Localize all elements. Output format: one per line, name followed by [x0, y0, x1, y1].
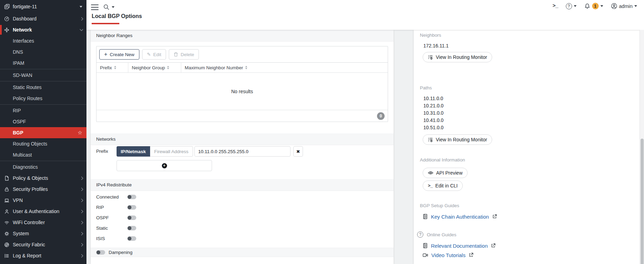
prefix-label: Prefix: [96, 149, 108, 154]
sidebar-item-label: System: [13, 231, 76, 236]
routing-monitor-icon: [428, 137, 433, 142]
view-paths-in-routing-monitor-button[interactable]: View In Routing Monitor: [423, 134, 492, 145]
user-menu[interactable]: admin: [611, 3, 637, 9]
path-entry: 10.31.0.0: [423, 109, 443, 117]
create-new-button[interactable]: + Create New: [99, 49, 139, 60]
device-selector[interactable]: fortigate-11: [0, 0, 86, 13]
section-header-ipv4-redistribute: IPv4 Redistribute: [91, 179, 394, 191]
vertical-scrollbar[interactable]: [640, 30, 644, 264]
sidebar-item-network[interactable]: Network: [0, 24, 86, 35]
neighbor-ranges-table: + Create New ✎ Edit Delete Prefix Neighb…: [96, 46, 388, 122]
sidebar-item-label: User & Authentication: [13, 209, 76, 214]
cli-console-button[interactable]: >_: [552, 3, 558, 9]
sidebar-item-ipam[interactable]: IPAM: [0, 58, 86, 69]
menu-toggle-button[interactable]: [91, 5, 99, 10]
link-relevant-documentation[interactable]: Relevant Documentation: [423, 242, 496, 249]
book-icon: [423, 243, 428, 248]
view-neighbors-in-routing-monitor-button[interactable]: View In Routing Monitor: [423, 52, 492, 62]
sidebar-item-bgp[interactable]: BGP ☆: [0, 127, 86, 138]
user-name: admin: [619, 3, 633, 9]
divider: [0, 69, 86, 69]
sidebar-item-log-report[interactable]: Log & Report: [0, 250, 86, 261]
sidebar-item-dns[interactable]: DNS: [0, 46, 86, 58]
notifications-menu[interactable]: 1: [584, 3, 603, 9]
connected-toggle[interactable]: [127, 195, 136, 199]
neighbor-entry: 172.16.11.1: [423, 43, 449, 49]
sidebar-item-static-routes[interactable]: Static Routes: [0, 82, 86, 93]
column-header-neighbor-group[interactable]: Neighbor Group: [128, 63, 181, 72]
sidebar-item-label: Multicast: [13, 152, 86, 158]
sidebar-item-label: Network: [13, 27, 76, 33]
scrollbar-thumb[interactable]: [641, 139, 644, 264]
link-label: Relevant Documentation: [431, 243, 488, 249]
column-header-prefix[interactable]: Prefix: [96, 63, 128, 72]
link-key-chain-authentication[interactable]: Key Chain Authentication: [423, 213, 497, 220]
remove-prefix-button[interactable]: ✖: [293, 146, 303, 157]
sidebar-item-rip[interactable]: RIP: [0, 105, 86, 116]
fortigate-logo-icon: [4, 4, 10, 10]
delete-button[interactable]: Delete: [169, 49, 199, 60]
additional-information-title: Additional Information: [420, 157, 465, 162]
isis-toggle[interactable]: [127, 236, 136, 241]
sidebar-item-multicast[interactable]: Multicast: [0, 149, 86, 160]
laptop-icon: [4, 198, 9, 203]
divider: [0, 104, 86, 105]
prefix-input[interactable]: [194, 146, 291, 157]
section-title: Networks: [96, 137, 116, 142]
ospf-toggle[interactable]: [127, 215, 136, 220]
chevron-down-icon: [112, 6, 114, 8]
row-count-badge: 0: [377, 112, 385, 120]
divider: [0, 161, 86, 161]
path-entry: 10.51.0.0: [423, 124, 443, 131]
sidebar-item-policy-routes[interactable]: Policy Routes: [0, 93, 86, 104]
sidebar-item-vpn[interactable]: VPN: [0, 195, 86, 206]
sidebar-item-dashboard[interactable]: Dashboard: [0, 13, 86, 24]
segment-ip-netmask[interactable]: IP/Netmask: [117, 146, 150, 157]
bgp-info-panel: Neighbors 172.16.11.1 View In Routing Mo…: [414, 30, 640, 264]
tab-local-bgp-options[interactable]: Local BGP Options: [92, 13, 142, 19]
button-label: View In Routing Monitor: [436, 137, 487, 142]
neighbors-title: Neighbors: [420, 33, 441, 38]
table-footer: 0: [96, 110, 388, 122]
api-preview-button[interactable]: API Preview: [423, 168, 468, 178]
favorite-star-icon[interactable]: ☆: [78, 130, 82, 136]
plus-circle-icon: +: [162, 163, 167, 168]
button-label: API Preview: [436, 170, 462, 176]
add-prefix-button[interactable]: +: [117, 160, 212, 171]
rip-toggle[interactable]: [127, 205, 136, 210]
sidebar-item-routing-objects[interactable]: Routing Objects: [0, 138, 86, 149]
external-link-icon: [492, 214, 497, 219]
sidebar-item-label: SD-WAN: [13, 72, 86, 78]
help-menu[interactable]: ?: [566, 3, 577, 9]
video-icon: [423, 253, 428, 257]
sidebar-item-interfaces[interactable]: Interfaces: [0, 35, 86, 46]
sidebar-item-label: Policy & Objects: [13, 175, 76, 181]
segment-firewall-address[interactable]: Firewall Address: [150, 146, 193, 157]
global-search[interactable]: [103, 4, 114, 10]
sidebar-item-sd-wan[interactable]: SD-WAN: [0, 70, 86, 81]
edit-in-cli-button[interactable]: >_ Edit in CLI: [423, 181, 463, 191]
sidebar-item-ospf[interactable]: OSPF: [0, 116, 86, 127]
section-title: Dampening: [109, 250, 132, 255]
sidebar-item-label: RIP: [13, 108, 86, 113]
section-header-networks: Networks: [91, 133, 394, 145]
static-toggle[interactable]: [127, 226, 136, 230]
path-entry: 10.11.0.0: [423, 95, 443, 102]
sidebar-item-security-fabric[interactable]: Security Fabric: [0, 239, 86, 250]
lock-icon: [4, 187, 9, 192]
sidebar-item-wifi-controller[interactable]: WiFi Controller: [0, 217, 86, 228]
sidebar-item-system[interactable]: System: [0, 228, 86, 239]
table-toolbar: + Create New ✎ Edit Delete: [96, 46, 388, 62]
wifi-icon: [4, 220, 9, 225]
column-header-maximum-neighbor-number[interactable]: Maximum Neighbor Number: [181, 63, 388, 72]
sidebar-item-user-authentication[interactable]: User & Authentication: [0, 206, 86, 217]
link-video-tutorials[interactable]: Video Tutorials: [423, 251, 473, 259]
edit-button[interactable]: ✎ Edit: [142, 49, 166, 60]
dampening-toggle[interactable]: [96, 250, 105, 255]
sidebar-item-policy-objects[interactable]: Policy & Objects: [0, 173, 86, 184]
toggle-label: Static: [96, 226, 127, 231]
redistribute-row-rip: RIP: [96, 202, 136, 212]
sidebar-item-security-profiles[interactable]: Security Profiles: [0, 184, 86, 195]
sidebar-item-diagnostics[interactable]: Diagnostics: [0, 161, 86, 173]
empty-text: No results: [231, 89, 253, 94]
